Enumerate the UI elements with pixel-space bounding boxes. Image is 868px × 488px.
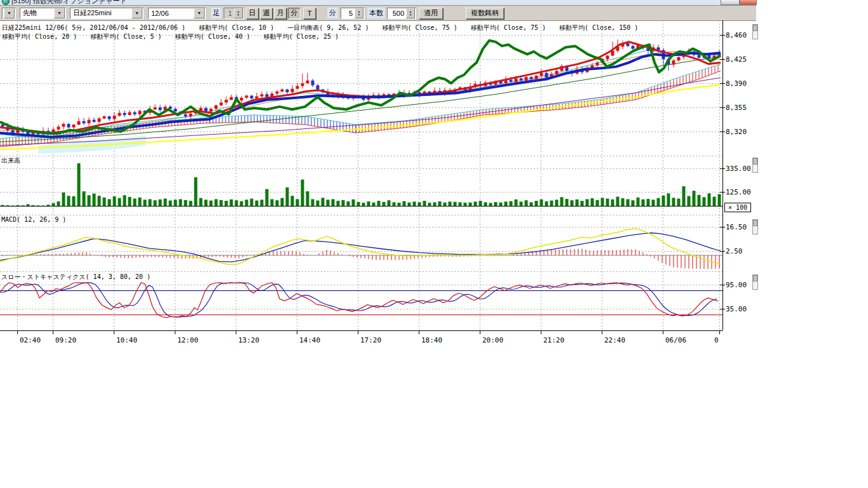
minute-spinner[interactable]: 5 ▲▼ bbox=[341, 8, 365, 19]
price-pane bbox=[0, 39, 721, 154]
y-axis-tick-label: 8,460 bbox=[726, 31, 747, 39]
title-bar[interactable]: [5150] 指数先物/オプションチャート bbox=[0, 0, 756, 6]
chart-canvas[interactable] bbox=[0, 20, 756, 347]
toolbar: ▼ 先物 ▼ 日経225mini ▼ 12/06 ▼ 足 1 ▲▼ 日 週 月 … bbox=[0, 6, 756, 21]
spin-updown-icon[interactable]: ▲▼ bbox=[355, 8, 363, 18]
legend-item: 移動平均( Close, 20 ) bbox=[2, 33, 77, 40]
legend-item: 一目均衡表( 9, 26, 52 ) bbox=[287, 24, 369, 31]
chart-app-window: [5150] 指数先物/オプションチャート ▼ 先物 ▼ 日経225mini ▼… bbox=[0, 0, 756, 347]
bars-label: 本数 bbox=[367, 8, 385, 18]
legend-item: 移動平均( Close, 10 ) bbox=[199, 24, 274, 31]
time-axis-tick-label: 21:20 bbox=[543, 336, 564, 344]
y-axis-tick-label: 8,425 bbox=[726, 55, 747, 64]
app-icon bbox=[2, 0, 10, 5]
macd-line bbox=[0, 229, 721, 265]
legend-row-2: 移動平均( Close, 20 )移動平均( Close, 5 )移動平均( C… bbox=[2, 32, 352, 41]
stoch-k-line bbox=[0, 283, 718, 318]
time-axis-tick-label: 06/06 bbox=[665, 336, 686, 344]
y-axis-tick-label: 16.50 bbox=[726, 223, 747, 231]
macd-pane bbox=[0, 229, 722, 269]
period-minute-button[interactable]: 分 bbox=[288, 8, 301, 19]
apply-button[interactable]: 適用 bbox=[419, 8, 443, 19]
period-month-button[interactable]: 月 bbox=[274, 8, 287, 19]
time-axis-tick-label: 18:40 bbox=[421, 336, 442, 344]
time-axis-tick-label: 22:40 bbox=[604, 336, 625, 344]
minimize-button[interactable] bbox=[721, 0, 740, 5]
stoch-pane-scrollbar[interactable] bbox=[752, 274, 758, 290]
price-pane-scrollbar[interactable] bbox=[752, 24, 758, 39]
period-day-button[interactable]: 日 bbox=[246, 8, 259, 19]
stoch-pane-label: スロー・ストキャスティクス( 14, 3, 80, 20 ) bbox=[1, 273, 151, 281]
macd-pane-label: MACD( 12, 26, 9 ) bbox=[1, 216, 66, 223]
close-button[interactable] bbox=[740, 0, 757, 5]
macd-signal-line bbox=[0, 233, 721, 262]
spin-updown-icon[interactable]: ▲▼ bbox=[234, 8, 243, 18]
y-axis-tick-label: 35.00 bbox=[726, 305, 747, 313]
multi-symbol-button[interactable]: 複数銘柄 bbox=[466, 8, 504, 19]
chevron-down-icon[interactable]: ▼ bbox=[132, 8, 142, 18]
period-week-button[interactable]: 週 bbox=[260, 8, 273, 19]
period-tick-button[interactable]: T bbox=[303, 8, 316, 19]
y-axis-tick-label: 8,320 bbox=[726, 128, 747, 136]
chevron-down-icon[interactable]: ▼ bbox=[4, 8, 15, 18]
time-axis-tick-label: 14:40 bbox=[299, 336, 320, 344]
time-axis-tick-label: 17:20 bbox=[360, 336, 381, 344]
legend-item: 移動平均( Close, 75 ) bbox=[471, 24, 546, 31]
legend-item: 移動平均( Close, 25 ) bbox=[264, 33, 339, 40]
chevron-down-icon[interactable]: ▼ bbox=[54, 8, 65, 18]
volume-pane-label: 出来高 bbox=[1, 156, 20, 165]
category-combo[interactable]: 先物 ▼ bbox=[20, 8, 66, 19]
spin-updown-icon[interactable]: ▲▼ bbox=[406, 8, 415, 18]
legend-item: 移動平均( Close, 40 ) bbox=[175, 33, 250, 40]
time-axis-tick-label: 13:20 bbox=[238, 336, 259, 344]
time-axis-tick-label: 02:40 bbox=[20, 336, 41, 344]
y-axis-tick-label: 95.00 bbox=[726, 281, 747, 289]
time-axis-tick-label: 0 bbox=[714, 336, 719, 344]
y-axis-tick-label: 2.50 bbox=[726, 247, 743, 255]
volume-multiplier-badge: × 100 bbox=[724, 203, 751, 212]
volume-pane bbox=[0, 163, 722, 206]
time-axis-tick-label: 12:00 bbox=[177, 336, 198, 344]
y-axis-tick-label: 8,390 bbox=[726, 79, 747, 88]
contract-combo[interactable]: 12/06 ▼ bbox=[148, 8, 206, 19]
legend-item: 移動平均( Close, 150 ) bbox=[559, 24, 638, 31]
y-axis-tick-label: 125.00 bbox=[726, 188, 751, 196]
legend-item: 移動平均( Close, 75 ) bbox=[382, 24, 457, 31]
time-axis-tick-label: 20:00 bbox=[482, 336, 503, 344]
desktop: [5150] 指数先物/オプションチャート ▼ 先物 ▼ 日経225mini ▼… bbox=[0, 0, 868, 488]
ashi-spinner[interactable]: 1 ▲▼ bbox=[224, 8, 244, 19]
volume-pane-scrollbar[interactable] bbox=[752, 158, 758, 173]
minute-label: 分 bbox=[327, 8, 338, 18]
time-axis-tick-label: 10:40 bbox=[116, 336, 137, 344]
window-title: [5150] 指数先物/オプションチャート bbox=[11, 0, 127, 6]
ashi-label: 足 bbox=[211, 8, 222, 18]
legend-item: 日経225mini 12/06( 5分, 2012/06/04 - 2012/0… bbox=[2, 24, 186, 31]
time-axis-tick-label: 09:20 bbox=[55, 336, 76, 344]
y-axis-tick-label: 8,355 bbox=[726, 104, 747, 112]
legend-item: 移動平均( Close, 5 ) bbox=[90, 33, 161, 40]
bars-spinner[interactable]: 500 ▲▼ bbox=[387, 8, 416, 19]
stoch-pane bbox=[0, 283, 722, 318]
symbol-combo[interactable]: 日経225mini ▼ bbox=[70, 8, 144, 19]
mini-combo[interactable]: ▼ bbox=[2, 8, 16, 19]
y-axis-tick-label: 335.00 bbox=[726, 165, 751, 173]
legend-row-1: 日経225mini 12/06( 5分, 2012/06/04 - 2012/0… bbox=[2, 24, 651, 32]
chevron-down-icon[interactable]: ▼ bbox=[194, 8, 205, 18]
macd-pane-scrollbar[interactable] bbox=[752, 219, 758, 234]
